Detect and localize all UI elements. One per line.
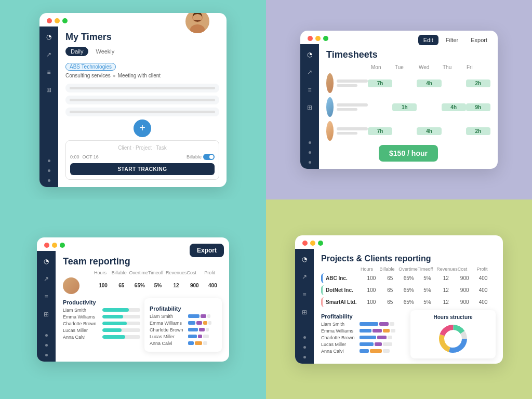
dot-red-q3	[44, 243, 49, 248]
export-button-q3[interactable]: Export	[190, 244, 224, 257]
dot-green	[62, 18, 68, 23]
toolbar-filter[interactable]: Filter	[441, 35, 463, 45]
sidebar-icon-clock-ts[interactable]: ◔	[304, 49, 315, 60]
two-col-section: Productivity Liam Smith Emma Williams Ch…	[63, 296, 222, 352]
sidebar-icon-list[interactable]: ≡	[44, 67, 54, 77]
ts-person-2-info	[337, 103, 368, 111]
sidebar-icon-grid-q3[interactable]: ⊞	[41, 309, 51, 320]
ts-person-row-1: 7h 4h 2h	[326, 73, 490, 93]
profit-row-q4: Lucas Miller	[321, 342, 406, 347]
pcol-billable: Billable	[380, 267, 399, 272]
tracking-placeholder[interactable]: Client · Project · Task	[70, 145, 215, 151]
ts-person-3-info	[337, 127, 368, 135]
col-hours: Hours	[94, 270, 112, 275]
q3-content: Team reporting Hours Billable Overtime T…	[56, 251, 229, 362]
sidebar-icon-grid[interactable]: ⊞	[44, 85, 54, 95]
profit-row: Lucas Miller	[150, 334, 217, 339]
ts-avatar-1	[326, 73, 334, 93]
profitability-card: Profitability Liam Smith Emma Williams C…	[144, 298, 222, 352]
sidebar-icon-list-ts[interactable]: ≡	[304, 85, 315, 95]
col-cost: Cost	[187, 270, 204, 275]
ts-2-thu: 4h	[442, 103, 466, 111]
sidebar-icon-list-q4[interactable]: ≡	[299, 289, 310, 300]
col-tue: Tue	[395, 64, 419, 70]
toolbar-buttons: Edit Filter Export	[418, 35, 493, 45]
sidebar-icon-list-q3[interactable]: ≡	[41, 291, 51, 302]
sidebar-icon-clock-q3[interactable]: ◔	[41, 256, 51, 267]
rate-button[interactable]: $150 / hour	[379, 145, 438, 162]
hours-structure-card: Hours structure	[410, 310, 496, 358]
sidebar-icon-chart-q3[interactable]: ↗	[41, 274, 51, 284]
dot-red	[47, 18, 52, 23]
col-mon: Mon	[371, 64, 395, 70]
titlebar-q4	[295, 235, 503, 249]
sidebar-icon-chart[interactable]: ↗	[44, 49, 54, 60]
q4-dot1	[303, 336, 306, 339]
sidebar-icon-grid-q4[interactable]: ⊞	[299, 307, 310, 317]
quadrant-team-reporting: Export ◔ ↗ ≡ ⊞ Team reporting Hou	[0, 200, 266, 399]
client-badge[interactable]: ABS Technologies	[65, 63, 116, 71]
sidebar-q3: ◔ ↗ ≡ ⊞	[37, 251, 56, 362]
sidebar-icon-chart-ts[interactable]: ↗	[304, 67, 315, 77]
timer-row-2	[65, 96, 219, 104]
hours-structure-section: Hours structure	[410, 310, 496, 358]
sidebar-q4: ◔ ↗ ≡ ⊞	[295, 249, 314, 364]
dot-red-q4	[302, 241, 308, 246]
ts-dot3	[309, 161, 311, 164]
col-profit: Profit	[204, 270, 222, 275]
add-timer-button[interactable]: +	[134, 119, 151, 137]
sidebar-icon-clock[interactable]: ◔	[44, 32, 54, 42]
start-tracking-button[interactable]: START TRACKING	[70, 163, 215, 175]
sidebar-icon-clock-q4[interactable]: ◔	[299, 254, 310, 264]
rv-billable: 65	[112, 283, 130, 288]
billable-toggle[interactable]: Billable	[187, 154, 215, 160]
prod-name: Emma Williams	[63, 314, 99, 320]
sidebar-icon-chart-q4[interactable]: ↗	[299, 272, 310, 282]
dot-green-q4	[318, 241, 323, 246]
sidebar-dot1	[48, 159, 50, 162]
col-overtime: Overtime	[129, 270, 149, 275]
prod-row: Lucas Miller	[63, 328, 140, 333]
ts-dot1	[309, 141, 311, 144]
svg-point-8	[446, 331, 460, 346]
ts-3-wed: 4h	[417, 127, 441, 135]
q3-dot2	[45, 344, 48, 347]
sidebar-timers: ◔ ↗ ≡ ⊞	[39, 26, 58, 187]
toolbar-edit[interactable]: Edit	[418, 35, 438, 45]
ts-header: Mon Tue Wed Thu Fri	[326, 64, 490, 70]
tab-daily[interactable]: Daily	[65, 47, 88, 56]
ts-dot2	[309, 151, 311, 154]
profit-row: Anna Calvi	[150, 341, 217, 346]
sidebar-dot3	[48, 179, 50, 182]
pcol-timeoff: Timeoff	[418, 267, 437, 272]
tab-weekly[interactable]: Weekly	[90, 47, 119, 56]
quadrant-projects-clients: ◔ ↗ ≡ ⊞ Projects & Clients reporting Hou…	[266, 200, 532, 399]
dot-green-q3	[60, 243, 65, 248]
dot-yellow-q3	[52, 243, 57, 248]
ts-3-fri: 2h	[466, 127, 490, 135]
profit-row-q4: Anna Calvi	[321, 349, 406, 354]
profit-row-q4: Charlotte Brown	[321, 335, 406, 340]
col-fri: Fri	[467, 64, 490, 70]
timers-title: My Timers	[65, 32, 112, 43]
sidebar-icon-grid-ts[interactable]: ⊞	[304, 102, 315, 113]
sidebar-dot2	[48, 169, 50, 172]
col-revenues: Revenues	[166, 270, 187, 275]
profit-row: Emma Williams	[150, 321, 217, 326]
project-row: ABC Inc.1006565%5%12900400	[321, 273, 496, 283]
project-row: SmartAI Ltd.1006565%5%12900400	[321, 297, 496, 307]
prod-name: Lucas Miller	[63, 328, 99, 333]
toggle-switch[interactable]	[203, 154, 215, 160]
time-display[interactable]: 0:00	[70, 154, 79, 159]
timer-row-3	[65, 108, 219, 116]
profit-row-q4: Emma Williams	[321, 328, 406, 334]
col-timeoff: Timeoff	[148, 270, 166, 275]
date-display: OCT 16	[83, 154, 99, 159]
tracking-form-row: 0:00 OCT 16 Billable	[70, 154, 215, 160]
ts-person-1-info	[337, 79, 368, 87]
prod-name: Liam Smith	[63, 308, 99, 313]
pcol-revenues: Revenues	[436, 267, 458, 272]
productivity-section: Productivity Liam Smith Emma Williams Ch…	[63, 296, 140, 352]
toolbar-export[interactable]: Export	[466, 35, 493, 45]
team-reporting-window: Export ◔ ↗ ≡ ⊞ Team reporting Hou	[37, 237, 229, 362]
